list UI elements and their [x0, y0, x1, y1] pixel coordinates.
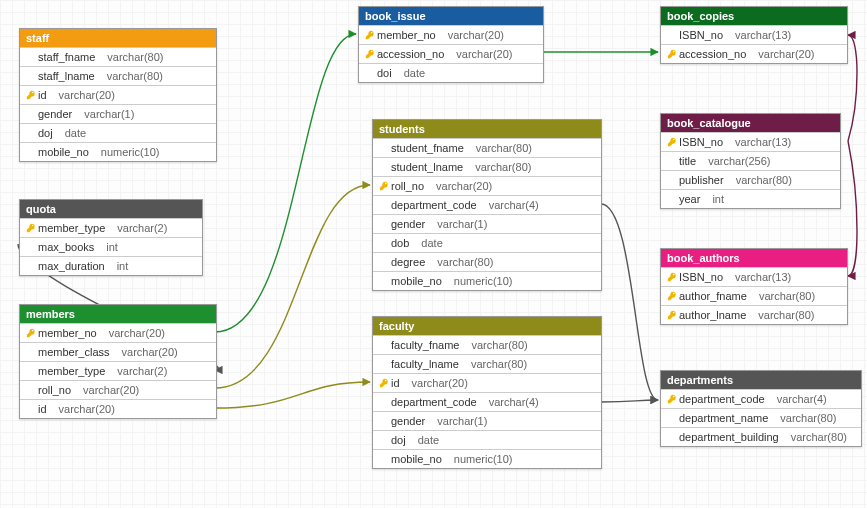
column-row[interactable]: max_durationint: [20, 256, 202, 275]
key-slot: [665, 291, 679, 301]
column-row[interactable]: accession_novarchar(20): [359, 44, 543, 63]
column-name: accession_no: [377, 48, 456, 60]
column-row[interactable]: gendervarchar(1): [373, 214, 601, 233]
entity-faculty[interactable]: facultyfaculty_fnamevarchar(80)faculty_l…: [372, 316, 602, 469]
column-row[interactable]: ISBN_novarchar(13): [661, 132, 840, 151]
column-row[interactable]: gendervarchar(1): [373, 411, 601, 430]
column-row[interactable]: roll_novarchar(20): [20, 380, 216, 399]
entity-header[interactable]: faculty: [373, 317, 601, 335]
column-name: faculty_lname: [391, 358, 471, 370]
column-type: int: [117, 260, 198, 272]
column-name: max_books: [38, 241, 106, 253]
column-type: varchar(80): [759, 290, 843, 302]
column-type: varchar(80): [791, 431, 857, 443]
column-type: numeric(10): [454, 275, 597, 287]
column-row[interactable]: student_lnamevarchar(80): [373, 157, 601, 176]
entity-header[interactable]: book_authors: [661, 249, 847, 267]
column-name: id: [38, 403, 59, 415]
column-row[interactable]: gendervarchar(1): [20, 104, 216, 123]
column-type: numeric(10): [101, 146, 212, 158]
column-row[interactable]: max_booksint: [20, 237, 202, 256]
column-row[interactable]: ISBN_novarchar(13): [661, 267, 847, 286]
column-row[interactable]: member_novarchar(20): [359, 25, 543, 44]
column-name: gender: [38, 108, 84, 120]
column-row[interactable]: author_fnamevarchar(80): [661, 286, 847, 305]
entity-members[interactable]: members member_novarchar(20)member_class…: [19, 304, 217, 419]
column-row[interactable]: department_codevarchar(4): [661, 389, 861, 408]
entity-header[interactable]: book_copies: [661, 7, 847, 25]
column-row[interactable]: titlevarchar(256): [661, 151, 840, 170]
column-row[interactable]: yearint: [661, 189, 840, 208]
column-row[interactable]: member_typevarchar(2): [20, 361, 216, 380]
column-row[interactable]: mobile_nonumeric(10): [373, 449, 601, 468]
column-type: varchar(2): [117, 365, 212, 377]
entity-book_catalogue[interactable]: book_catalogue ISBN_novarchar(13)titleva…: [660, 113, 841, 209]
column-name: student_fname: [391, 142, 476, 154]
column-row[interactable]: staff_fnamevarchar(80): [20, 47, 216, 66]
entity-header[interactable]: book_catalogue: [661, 114, 840, 132]
column-type: varchar(80): [476, 142, 597, 154]
column-name: roll_no: [38, 384, 83, 396]
entity-quota[interactable]: quota member_typevarchar(2)max_booksintm…: [19, 199, 203, 276]
column-row[interactable]: idvarchar(20): [20, 399, 216, 418]
key-slot: [665, 272, 679, 282]
key-slot: [363, 30, 377, 40]
column-row[interactable]: author_lnamevarchar(80): [661, 305, 847, 324]
column-name: staff_lname: [38, 70, 107, 82]
primary-key-icon: [379, 378, 389, 388]
entity-header[interactable]: book_issue: [359, 7, 543, 25]
entity-staff[interactable]: staffstaff_fnamevarchar(80)staff_lnameva…: [19, 28, 217, 162]
column-row[interactable]: idvarchar(20): [373, 373, 601, 392]
relation-path: [215, 382, 370, 408]
entity-students[interactable]: studentsstudent_fnamevarchar(80)student_…: [372, 119, 602, 291]
column-name: max_duration: [38, 260, 117, 272]
column-row[interactable]: publishervarchar(80): [661, 170, 840, 189]
primary-key-icon: [379, 181, 389, 191]
column-row[interactable]: dojdate: [20, 123, 216, 142]
relation-path: [601, 400, 658, 402]
column-name: member_no: [377, 29, 448, 41]
column-name: mobile_no: [38, 146, 101, 158]
column-row[interactable]: faculty_lnamevarchar(80): [373, 354, 601, 373]
column-row[interactable]: department_namevarchar(80): [661, 408, 861, 427]
column-name: degree: [391, 256, 437, 268]
key-slot: [665, 394, 679, 404]
column-type: date: [404, 67, 539, 79]
column-name: mobile_no: [391, 275, 454, 287]
column-type: date: [418, 434, 597, 446]
primary-key-icon: [365, 30, 375, 40]
entity-header[interactable]: members: [20, 305, 216, 323]
entity-book_authors[interactable]: book_authors ISBN_novarchar(13) author_f…: [660, 248, 848, 325]
column-row[interactable]: member_novarchar(20): [20, 323, 216, 342]
column-row[interactable]: faculty_fnamevarchar(80): [373, 335, 601, 354]
column-row[interactable]: student_fnamevarchar(80): [373, 138, 601, 157]
column-row[interactable]: department_buildingvarchar(80): [661, 427, 861, 446]
column-row[interactable]: member_typevarchar(2): [20, 218, 202, 237]
entity-departments[interactable]: departments department_codevarchar(4)dep…: [660, 370, 862, 447]
entity-header[interactable]: staff: [20, 29, 216, 47]
column-name: roll_no: [391, 180, 436, 192]
column-row[interactable]: department_codevarchar(4): [373, 195, 601, 214]
column-row[interactable]: dobdate: [373, 233, 601, 252]
column-row[interactable]: degreevarchar(80): [373, 252, 601, 271]
column-row[interactable]: dojdate: [373, 430, 601, 449]
column-row[interactable]: staff_lnamevarchar(80): [20, 66, 216, 85]
column-row[interactable]: idvarchar(20): [20, 85, 216, 104]
entity-header[interactable]: quota: [20, 200, 202, 218]
column-type: varchar(13): [735, 271, 843, 283]
column-type: varchar(80): [475, 161, 597, 173]
entity-book_copies[interactable]: book_copiesISBN_novarchar(13) accession_…: [660, 6, 848, 64]
column-row[interactable]: member_classvarchar(20): [20, 342, 216, 361]
key-slot: [24, 328, 38, 338]
column-row[interactable]: mobile_nonumeric(10): [20, 142, 216, 161]
column-row[interactable]: ISBN_novarchar(13): [661, 25, 847, 44]
column-row[interactable]: accession_novarchar(20): [661, 44, 847, 63]
column-row[interactable]: department_codevarchar(4): [373, 392, 601, 411]
column-type: varchar(80): [758, 309, 843, 321]
column-row[interactable]: mobile_nonumeric(10): [373, 271, 601, 290]
column-row[interactable]: doidate: [359, 63, 543, 82]
entity-header[interactable]: students: [373, 120, 601, 138]
entity-header[interactable]: departments: [661, 371, 861, 389]
entity-book_issue[interactable]: book_issue member_novarchar(20) accessio…: [358, 6, 544, 83]
column-row[interactable]: roll_novarchar(20): [373, 176, 601, 195]
